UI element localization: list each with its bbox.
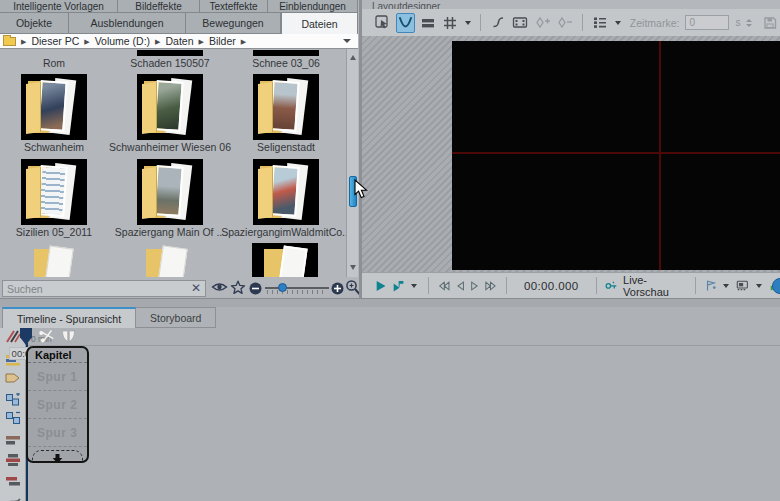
folder-thumb-cutoff[interactable] xyxy=(30,245,78,277)
folder-label[interactable]: Spaziergang Main Of ... xyxy=(104,226,236,238)
zeitmarke-input[interactable] xyxy=(685,15,729,30)
tab-label: Dateien xyxy=(301,18,337,30)
tab-objekte[interactable]: Objekte xyxy=(0,13,69,34)
folder-thumb-cutoff[interactable] xyxy=(252,243,318,277)
previous-frame-button[interactable] xyxy=(455,280,465,292)
tab-bildeffekte[interactable]: Bildeffekte xyxy=(118,0,200,13)
zeitmarke-label: Zeitmarke: xyxy=(630,17,680,29)
jump-to-start-button[interactable] xyxy=(438,280,450,292)
folder-thumb-cutoff[interactable] xyxy=(137,50,203,56)
folder-thumb-sizilien[interactable] xyxy=(21,159,87,225)
file-browser-scrollbar[interactable] xyxy=(346,49,358,277)
curve-tool-icon[interactable] xyxy=(4,494,22,501)
grid-button[interactable] xyxy=(441,13,461,33)
scroll-up-icon[interactable] xyxy=(350,55,356,60)
zeitmarke-unit: s xyxy=(735,17,740,28)
tab-timeline-spuransicht-active[interactable]: Timeline - Spuransicht xyxy=(2,307,136,328)
display-mode-button-active[interactable] xyxy=(396,13,416,33)
tab-storyboard[interactable]: Storyboard xyxy=(136,307,216,328)
marker-dropdown-icon[interactable] xyxy=(723,284,729,288)
favorite-star-icon[interactable] xyxy=(230,280,246,295)
folder-label[interactable]: Seligenstadt xyxy=(220,141,346,153)
tab-texteffekte[interactable]: Texteffekte xyxy=(200,0,268,13)
play-range-button[interactable] xyxy=(392,279,405,293)
monitor-dropdown-icon[interactable] xyxy=(756,284,762,288)
zoom-out-icon[interactable] xyxy=(249,282,262,295)
folder-label[interactable]: Schwanheimer Wiesen 06 xyxy=(104,141,236,153)
breadcrumb-item-daten[interactable]: Daten xyxy=(165,35,193,47)
tab-ausblendungen[interactable]: Ausblendungen xyxy=(69,13,186,34)
timeline-ruler[interactable] xyxy=(26,345,780,346)
object-tool-icon[interactable] xyxy=(4,370,22,385)
camera-frame-button[interactable] xyxy=(511,13,531,33)
next-frame-button[interactable] xyxy=(470,280,480,292)
video-preview-canvas[interactable] xyxy=(452,41,780,270)
clear-search-icon[interactable]: ✕ xyxy=(191,281,201,295)
track-spur-1[interactable]: Spur 1 xyxy=(28,363,87,391)
search-input[interactable] xyxy=(2,280,206,297)
folder-thumb-cutoff[interactable] xyxy=(253,50,319,56)
jump-to-end-button[interactable] xyxy=(485,280,497,292)
breadcrumb-item-bilder[interactable]: Bilder xyxy=(209,35,236,47)
breadcrumb-item-volume-d[interactable]: Volume (D:) xyxy=(95,35,150,47)
track-drop-zone[interactable] xyxy=(32,450,83,463)
folder-thumb-cutoff[interactable] xyxy=(142,245,192,277)
transport-separator xyxy=(695,277,696,294)
track-spur-3[interactable]: Spur 3 xyxy=(28,419,87,447)
ungroup-objects-icon[interactable] xyxy=(4,410,22,425)
stepper-up-icon[interactable] xyxy=(746,19,752,22)
thumbnail-size-slider[interactable] xyxy=(265,280,329,296)
breadcrumb-arrow-icon: ▶ xyxy=(241,38,246,45)
folder-thumb-seligenstadt[interactable] xyxy=(253,74,319,140)
zeitmarke-stepper[interactable] xyxy=(746,19,752,27)
selection-tool-button[interactable] xyxy=(373,13,393,33)
breadcrumb-item-dieser-pc[interactable]: Dieser PC xyxy=(31,35,79,47)
trim-object-icon[interactable] xyxy=(4,452,22,467)
keyframe-list-button[interactable] xyxy=(590,13,610,33)
track-spur-2[interactable]: Spur 2 xyxy=(28,391,87,419)
object-edit-icon[interactable] xyxy=(4,474,22,489)
folder-label[interactable]: SpaziergangimWaldmitCo... xyxy=(220,226,346,238)
mouse-mode-icon[interactable] xyxy=(4,329,22,344)
folder-thumb-spaziergang-main[interactable] xyxy=(137,159,203,225)
split-shield-icon[interactable] xyxy=(61,330,76,343)
folder-label[interactable]: Schaden 150507 xyxy=(104,57,236,69)
play-options-dropdown-icon[interactable] xyxy=(411,284,417,288)
live-preview-label[interactable]: Live-Vorschau xyxy=(623,274,682,298)
split-object-icon[interactable] xyxy=(4,432,22,447)
folder-label[interactable]: Rom xyxy=(0,57,120,69)
breadcrumb-dropdown-icon[interactable] xyxy=(343,39,351,43)
stepper-down-icon[interactable] xyxy=(746,24,752,27)
slider-track[interactable] xyxy=(265,287,329,289)
folder-label[interactable]: Schwanheim xyxy=(0,141,120,153)
tab-bewegungen[interactable]: Bewegungen xyxy=(186,13,281,34)
folder-label[interactable]: Sizilien 05_2011 xyxy=(0,226,120,238)
folder-thumb-schwanheimer-wiesen[interactable] xyxy=(137,74,203,140)
folder-thumb-spaziergang-wald[interactable] xyxy=(253,159,319,225)
stripes-view-button[interactable] xyxy=(418,13,438,33)
preview-eye-icon[interactable] xyxy=(211,280,228,294)
scissors-icon[interactable] xyxy=(38,328,56,345)
tab-dateien-active[interactable]: Dateien xyxy=(281,13,358,34)
zoom-in-icon[interactable] xyxy=(331,282,344,295)
grid-dropdown-icon[interactable] xyxy=(465,21,471,25)
curve-button[interactable] xyxy=(488,13,508,33)
chapter-object[interactable]: Kapitel Spur 1 Spur 2 Spur 3 xyxy=(26,346,89,463)
preview-monitor-button[interactable] xyxy=(736,279,749,292)
folder-label[interactable]: Schnee 03_06 xyxy=(220,57,346,69)
add-keyframe-button-disabled[interactable] xyxy=(533,13,553,33)
group-objects-icon[interactable] xyxy=(4,392,22,407)
chapter-title[interactable]: Kapitel xyxy=(28,348,87,363)
list-dropdown-icon[interactable] xyxy=(615,21,621,25)
marker-flag-button[interactable] xyxy=(705,279,717,292)
tab-einblendungen[interactable]: Einblendungen xyxy=(268,0,358,13)
play-button[interactable] xyxy=(375,279,387,293)
slider-thumb[interactable] xyxy=(278,283,287,292)
folder-thumb-schwanheim[interactable] xyxy=(21,74,87,140)
media-pool-tab-row-2: Objekte Ausblendungen Bewegungen Dateien xyxy=(0,13,358,34)
save-keyframe-button-disabled[interactable] xyxy=(760,13,780,33)
layout-designer-toolbar: Zeitmarke: s xyxy=(362,9,780,36)
remove-keyframe-button-disabled[interactable] xyxy=(556,13,576,33)
scroll-down-icon[interactable] xyxy=(350,265,356,270)
tab-intelligente-vorlagen[interactable]: Intelligente Vorlagen xyxy=(0,0,118,13)
